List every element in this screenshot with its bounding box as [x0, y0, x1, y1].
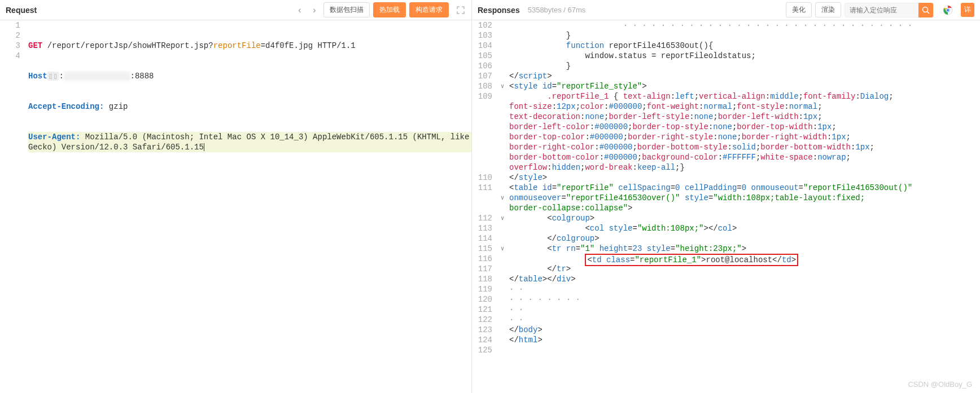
fold-toggle — [498, 284, 507, 294]
code-line[interactable]: </colgroup> — [509, 233, 980, 244]
request-title: Request — [6, 6, 37, 15]
expand-icon[interactable] — [456, 5, 466, 15]
line-number: 116 — [472, 254, 492, 264]
scan-button[interactable]: 数据包扫描 — [323, 2, 370, 17]
code-line[interactable]: function reportFile416530out(){ — [509, 41, 980, 51]
line-number: 113 — [472, 223, 492, 233]
line-number: 106 — [472, 61, 492, 71]
fold-toggle[interactable]: ∨ — [498, 183, 507, 213]
code-line[interactable]: <col style="width:108px;"></col> — [509, 223, 980, 233]
response-meta: 5358bytes / 67ms — [528, 6, 586, 14]
hotload-button[interactable]: 热加载 — [373, 2, 406, 17]
code-line[interactable] — [509, 345, 980, 355]
search-button[interactable] — [918, 3, 933, 17]
fold-toggle — [498, 345, 507, 355]
fold-toggle — [498, 173, 507, 183]
code-line[interactable]: <table id="reportFile" cellSpacing=0 cel… — [509, 183, 980, 213]
fold-toggle — [498, 335, 507, 345]
request-code[interactable]: GET /report/reportJsp/showHTReport.jsp?r… — [26, 20, 471, 393]
request-header: Request ‹ › 数据包扫描 热加载 构造请求 — [0, 0, 471, 20]
line-number: 117 — [472, 264, 492, 274]
line-number: 123 — [472, 325, 492, 335]
watermark: CSDN @OldBoy_G — [908, 380, 972, 388]
line-number: 125 — [472, 345, 492, 355]
fold-toggle — [498, 304, 507, 315]
code-line[interactable]: · · · · · · · · — [509, 294, 980, 304]
fold-toggle — [498, 41, 507, 51]
line-number: 121 — [472, 304, 492, 315]
code-line[interactable]: .reportFile_1 { text-align:left;vertical… — [509, 91, 980, 173]
request-line-4[interactable]: User-Agent: Mozilla/5.0 (Macintosh; Inte… — [28, 132, 471, 152]
fold-toggle[interactable]: ∨ — [498, 244, 507, 254]
fold-toggle — [498, 233, 507, 244]
request-panel: Request ‹ › 数据包扫描 热加载 构造请求 1 2 3 4 GET /… — [0, 0, 472, 393]
code-line[interactable]: <colgroup> — [509, 213, 980, 223]
line-number: 112 — [472, 213, 492, 223]
fold-toggle[interactable]: ∨ — [498, 213, 507, 223]
chrome-icon[interactable] — [943, 5, 953, 15]
fold-toggle — [498, 91, 507, 173]
code-line[interactable]: · · — [509, 304, 980, 315]
line-number: 115 — [472, 244, 492, 254]
line-number: 107 — [472, 71, 492, 81]
app-container: Request ‹ › 数据包扫描 热加载 构造请求 1 2 3 4 GET /… — [0, 0, 980, 393]
code-line[interactable]: window.status = reportFileoldstatus; — [509, 51, 980, 61]
code-line[interactable]: </html> — [509, 335, 980, 345]
response-panel: Responses 5358bytes / 67ms 美化 渲染 详 10210… — [472, 0, 980, 393]
request-gutter: 1 2 3 4 — [0, 20, 26, 393]
fold-toggle — [498, 274, 507, 284]
code-line[interactable]: · · — [509, 284, 980, 294]
code-line[interactable]: } — [509, 30, 980, 41]
line-number: 102 — [472, 20, 492, 30]
svg-point-5 — [947, 8, 949, 11]
code-line[interactable]: <td class="reportFile_1">root@localhost<… — [509, 254, 980, 264]
code-line[interactable]: <style id="reportFile_style"> — [509, 81, 980, 91]
code-line[interactable]: </table></div> — [509, 274, 980, 284]
line-number: 122 — [472, 315, 492, 325]
line-number: 103 — [472, 30, 492, 41]
fold-toggle — [498, 315, 507, 325]
line-number: 109 — [472, 91, 492, 173]
search-wrap — [845, 3, 934, 17]
line-number: 124 — [472, 335, 492, 345]
fold-toggle — [498, 20, 507, 30]
line-number: 104 — [472, 41, 492, 51]
beautify-button[interactable]: 美化 — [786, 2, 812, 17]
detail-button[interactable]: 详 — [961, 3, 974, 17]
fold-toggle — [498, 254, 507, 264]
code-line[interactable]: </style> — [509, 173, 980, 183]
fold-toggle — [498, 51, 507, 61]
code-line[interactable]: · · · · · · · · · · · · · · · · · · · · … — [509, 20, 980, 30]
cursor-caret — [204, 143, 204, 151]
code-line[interactable]: </script> — [509, 71, 980, 81]
fold-toggle — [498, 294, 507, 304]
svg-point-0 — [923, 7, 928, 12]
search-input[interactable] — [845, 6, 918, 14]
request-editor[interactable]: 1 2 3 4 GET /report/reportJsp/showHTRepo… — [0, 20, 471, 393]
line-number: 108 — [472, 81, 492, 91]
code-line[interactable]: <tr rn="1" height=23 style="height:23px;… — [509, 244, 980, 254]
response-header: Responses 5358bytes / 67ms 美化 渲染 详 — [472, 0, 980, 20]
fold-toggle — [498, 71, 507, 81]
highlight-box: <td class="reportFile_1">root@localhost<… — [585, 254, 798, 266]
request-line-2[interactable]: Host▯▯: :8888 — [28, 71, 471, 81]
render-button[interactable]: 渲染 — [815, 2, 841, 17]
fold-toggle[interactable]: ∨ — [498, 81, 507, 91]
prev-button[interactable]: ‹ — [294, 5, 305, 16]
line-number: 120 — [472, 294, 492, 304]
code-line[interactable]: } — [509, 61, 980, 71]
response-fold-col: ∨∨∨∨ — [498, 20, 507, 393]
fold-toggle — [498, 61, 507, 71]
request-line-3[interactable]: Accept-Encoding: gzip — [28, 101, 471, 112]
next-button[interactable]: › — [309, 5, 320, 16]
fold-toggle — [498, 223, 507, 233]
line-number: 111 — [472, 183, 492, 213]
build-request-button[interactable]: 构造请求 — [409, 2, 449, 17]
response-editor[interactable]: 1021031041051061071081091101111121131141… — [472, 20, 980, 393]
request-line-1[interactable]: GET /report/reportJsp/showHTReport.jsp?r… — [28, 41, 471, 51]
fold-toggle — [498, 30, 507, 41]
code-line[interactable]: </body> — [509, 325, 980, 335]
code-line[interactable]: · · — [509, 315, 980, 325]
response-code[interactable]: · · · · · · · · · · · · · · · · · · · · … — [507, 20, 980, 393]
fold-toggle — [498, 264, 507, 274]
